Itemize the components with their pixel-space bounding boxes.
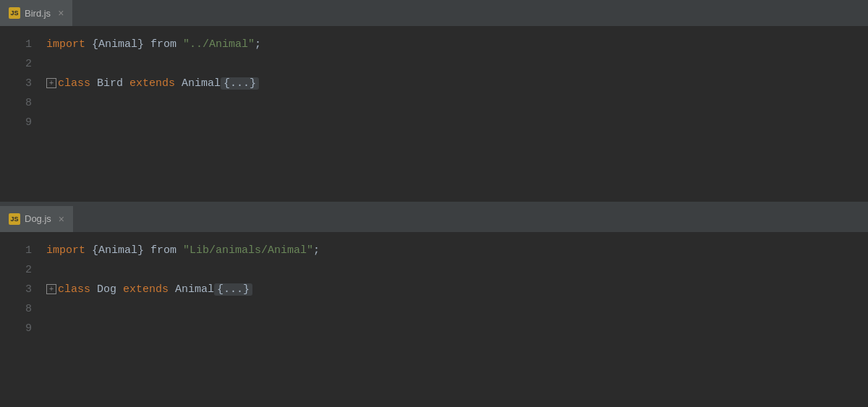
editor-container: JSBird.js×12389import {Animal} from "../… [0,0,868,407]
collapsed-block[interactable]: {...} [214,283,252,296]
code-line: +class Dog extends Animal{...} [46,280,868,299]
token-kw-extends: extends [123,283,175,296]
token-kw-extends: extends [129,77,182,90]
editor-pane-bird: JSBird.js×12389import {Animal} from "../… [0,0,868,202]
line-numbers: 12389 [0,232,43,408]
token-kw-class: class [58,77,97,90]
editor-pane-dog: JSDog.js×12389import {Animal} from "Lib/… [0,202,868,408]
code-area: 12389import {Animal} from "../Animal"; +… [0,26,868,202]
expand-icon[interactable]: + [46,78,56,88]
token-punctuation: } [137,244,150,257]
token-kw-class: class [58,283,97,296]
js-file-icon: JS [9,213,20,225]
code-line: import {Animal} from "../Animal"; [46,35,868,54]
token-punctuation: { [92,38,98,51]
line-number: 1 [9,35,32,54]
code-line: +class Bird extends Animal{...} [46,74,868,93]
token-identifier: Animal [98,244,137,257]
collapsed-block[interactable]: {...} [221,77,259,90]
line-number: 2 [9,54,32,74]
code-line [46,54,868,74]
token-string: "../Animal" [183,38,255,51]
line-numbers: 12389 [0,26,43,202]
tab-close-button[interactable]: × [58,8,64,18]
token-punctuation: { [92,244,98,257]
code-content: import {Animal} from "Lib/animals/Animal… [43,232,868,408]
tab-filename: Bird.js [25,8,51,19]
code-line [46,113,868,132]
line-number: 2 [9,260,32,280]
line-number: 9 [9,319,32,338]
token-kw-from: from [150,244,183,257]
tab-bar: JSDog.js× [0,206,868,232]
code-area: 12389import {Animal} from "Lib/animals/A… [0,232,868,408]
expand-icon[interactable]: + [46,284,56,294]
token-kw-import: import [46,244,92,257]
line-number: 3 [9,74,32,93]
token-identifier: Animal [98,38,137,51]
token-class-name: Dog [97,283,123,296]
tab-bird[interactable]: JSBird.js× [0,0,73,26]
code-line [46,299,868,319]
code-line [46,260,868,280]
token-string: "Lib/animals/Animal" [183,244,313,257]
line-number: 8 [9,299,32,319]
code-line [46,319,868,338]
token-class-name: Bird [97,77,129,90]
line-number: 3 [9,280,32,299]
code-line [46,93,868,113]
code-line: import {Animal} from "Lib/animals/Animal… [46,241,868,260]
tab-close-button[interactable]: × [59,214,64,224]
token-class-name: Animal [182,77,221,90]
token-kw-from: from [150,38,183,51]
line-number: 1 [9,241,32,260]
line-number: 8 [9,93,32,113]
tab-filename: Dog.js [25,213,51,224]
token-punctuation: ; [313,244,320,257]
token-punctuation: } [137,38,150,51]
token-punctuation: ; [255,38,261,51]
line-number: 9 [9,113,32,132]
token-class-name: Animal [175,283,214,296]
tab-dog[interactable]: JSDog.js× [0,206,74,232]
code-content: import {Animal} from "../Animal"; +class… [43,26,868,202]
js-file-icon: JS [9,7,20,19]
token-kw-import: import [46,38,92,51]
tab-bar: JSBird.js× [0,0,868,26]
